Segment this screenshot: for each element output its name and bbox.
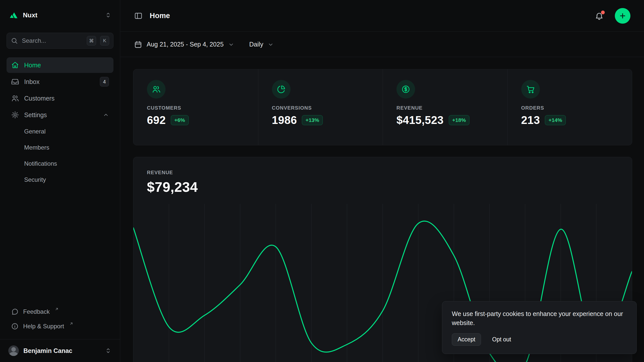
stat-orders[interactable]: ORDERS 213 +14% xyxy=(507,69,632,145)
stat-value: 1986 xyxy=(272,114,297,126)
stat-value: $415,523 xyxy=(396,114,444,126)
user-name: Benjamin Canac xyxy=(23,347,100,354)
users-icon xyxy=(152,85,161,94)
sidebar-item-label: Customers xyxy=(24,95,55,102)
opt-out-button[interactable]: Opt out xyxy=(491,336,512,343)
sidebar-item-label: Settings xyxy=(24,111,47,119)
date-range-label: Aug 21, 2025 - Sep 4, 2025 xyxy=(147,41,224,48)
granularity-select[interactable]: Daily xyxy=(249,41,274,48)
chevron-down-icon xyxy=(228,41,234,48)
stat-delta-badge: +18% xyxy=(449,115,469,125)
date-range-picker[interactable]: Aug 21, 2025 - Sep 4, 2025 xyxy=(134,40,234,49)
stat-revenue[interactable]: REVENUE $415,523 +18% xyxy=(383,69,507,145)
revenue-label: REVENUE xyxy=(147,170,618,175)
pie-chart-icon xyxy=(277,85,286,94)
stat-value: 213 xyxy=(521,114,540,126)
kbd-k: K xyxy=(100,36,109,46)
calendar-icon xyxy=(134,40,142,49)
sidebar-subitem-security[interactable]: Security xyxy=(7,172,113,188)
sidebar-item-settings[interactable]: Settings xyxy=(7,107,113,123)
brand-name: Nuxt xyxy=(23,11,100,19)
sidebar-subitem-notifications[interactable]: Notifications xyxy=(7,156,113,171)
search-placeholder: Search... xyxy=(22,37,83,44)
inbox-icon xyxy=(11,78,19,86)
avatar xyxy=(8,345,19,356)
inbox-count-badge: 4 xyxy=(100,77,109,86)
feedback-link[interactable]: Feedback xyxy=(7,304,113,319)
sidebar-subitem-members[interactable]: Members xyxy=(7,140,113,155)
nuxt-logo-icon xyxy=(8,10,18,20)
workspace-switcher[interactable]: Nuxt xyxy=(0,0,120,27)
gear-icon xyxy=(11,111,19,119)
sidebar: Nuxt Search... ⌘ K Home Inbox 4 xyxy=(0,0,120,362)
filters-toolbar: Aug 21, 2025 - Sep 4, 2025 Daily xyxy=(120,32,644,57)
user-menu[interactable]: Benjamin Canac xyxy=(0,339,120,362)
accept-button[interactable]: Accept xyxy=(452,333,481,346)
search-input[interactable]: Search... ⌘ K xyxy=(7,33,113,49)
sidebar-item-inbox[interactable]: Inbox 4 xyxy=(7,74,113,89)
stats-card: CUSTOMERS 692 +6% CONVERSIONS 1986 +13% … xyxy=(133,69,632,145)
granularity-label: Daily xyxy=(249,41,263,48)
notification-dot xyxy=(601,11,605,14)
chevrons-up-down-icon xyxy=(105,12,112,19)
revenue-value: $79,234 xyxy=(147,179,618,195)
footer-item-label: Help & Support xyxy=(23,323,64,330)
external-link-icon xyxy=(69,322,73,326)
shopping-cart-icon xyxy=(526,85,535,94)
help-support-link[interactable]: Help & Support xyxy=(7,319,113,334)
header-actions xyxy=(595,8,630,24)
stat-label: REVENUE xyxy=(396,105,507,111)
external-link-icon xyxy=(55,307,59,311)
stat-delta-badge: +14% xyxy=(545,115,566,125)
page-title: Home xyxy=(150,12,170,20)
sidebar-subitem-label: General xyxy=(24,128,46,135)
stat-label: CUSTOMERS xyxy=(147,105,258,111)
sidebar-nav: Home Inbox 4 Customers Settings xyxy=(0,57,120,188)
stat-delta-badge: +13% xyxy=(302,115,323,125)
stat-label: ORDERS xyxy=(521,105,632,111)
sidebar-item-label: Home xyxy=(24,62,41,69)
sidebar-item-customers[interactable]: Customers xyxy=(7,90,113,106)
sidebar-footer: Feedback Help & Support xyxy=(0,304,120,339)
users-icon xyxy=(11,94,19,102)
plus-icon xyxy=(619,12,626,20)
info-circle-icon xyxy=(11,323,19,330)
stat-delta-badge: +6% xyxy=(171,115,189,125)
cookie-message: We use first-party cookies to enhance yo… xyxy=(452,309,627,327)
sidebar-item-home[interactable]: Home xyxy=(7,57,113,73)
stat-conversions[interactable]: CONVERSIONS 1986 +13% xyxy=(258,69,383,145)
sidebar-subitem-label: Security xyxy=(24,176,46,183)
sidebar-subitem-label: Notifications xyxy=(24,160,57,167)
home-icon xyxy=(11,61,19,69)
chevron-up-icon xyxy=(103,112,109,118)
sidebar-subitem-general[interactable]: General xyxy=(7,124,113,139)
stat-customers[interactable]: CUSTOMERS 692 +6% xyxy=(133,69,258,145)
sidebar-item-label: Inbox xyxy=(24,78,39,85)
kbd-command: ⌘ xyxy=(87,36,96,46)
message-bubble-icon xyxy=(11,308,19,315)
stat-value: 692 xyxy=(147,114,166,126)
stat-label: CONVERSIONS xyxy=(272,105,383,111)
chevron-down-icon xyxy=(268,41,274,48)
add-button[interactable] xyxy=(615,8,630,24)
sidebar-toggle-icon[interactable] xyxy=(134,12,143,20)
search-icon xyxy=(11,37,18,44)
notifications-button[interactable] xyxy=(595,11,604,20)
dollar-circle-icon xyxy=(401,85,410,94)
footer-item-label: Feedback xyxy=(23,308,50,315)
page-header: Home xyxy=(120,0,644,32)
sidebar-subitem-label: Members xyxy=(24,144,49,151)
cookie-banner: We use first-party cookies to enhance yo… xyxy=(442,301,637,354)
chevrons-up-down-icon xyxy=(105,347,112,354)
